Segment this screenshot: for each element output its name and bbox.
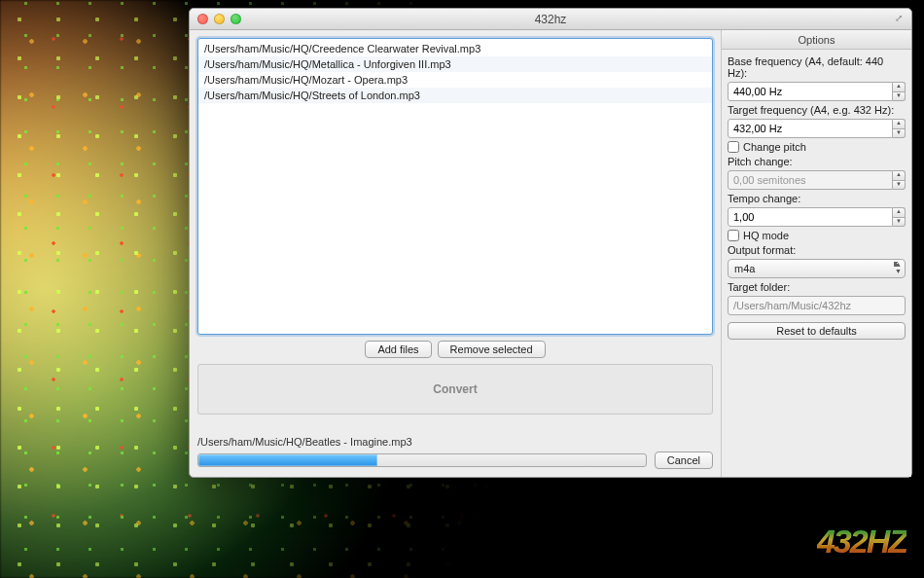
base-freq-label: Base frequency (A4, default: 440 Hz): <box>728 55 906 79</box>
titlebar[interactable]: 432hz ⤢ <box>190 9 911 30</box>
target-folder-label: Target folder: <box>728 281 906 293</box>
pitch-change-input <box>728 170 893 190</box>
add-files-button[interactable]: Add files <box>365 341 431 358</box>
change-pitch-label: Change pitch <box>743 141 806 153</box>
close-icon[interactable] <box>197 14 208 24</box>
tempo-change-stepper[interactable]: ▲▼ <box>893 207 906 227</box>
list-item[interactable]: /Users/ham/Music/HQ/Mozart - Opera.mp3 <box>198 72 712 88</box>
file-list[interactable]: /Users/ham/Music/HQ/Creedence Clearwater… <box>197 38 713 335</box>
base-freq-input[interactable] <box>728 82 893 101</box>
tempo-change-input[interactable] <box>728 207 893 227</box>
zoom-icon[interactable] <box>231 14 241 24</box>
change-pitch-checkbox[interactable] <box>728 141 739 153</box>
output-format-label: Output format: <box>728 244 906 256</box>
convert-button[interactable]: Convert <box>197 364 713 415</box>
pitch-change-label: Pitch change: <box>728 156 906 167</box>
app-logo: 432HZ <box>817 523 906 560</box>
current-file-label: /Users/ham/Music/HQ/Beatles - Imagine.mp… <box>197 436 713 448</box>
progress-fill <box>198 454 377 466</box>
window-title: 432hz <box>190 13 911 26</box>
hq-mode-checkbox[interactable] <box>728 230 739 241</box>
fullscreen-icon[interactable]: ⤢ <box>892 14 906 25</box>
minimize-icon[interactable] <box>214 14 225 24</box>
base-freq-stepper[interactable]: ▲▼ <box>893 82 906 101</box>
target-freq-input[interactable] <box>728 119 893 138</box>
remove-selected-button[interactable]: Remove selected <box>438 341 546 358</box>
hq-mode-label: HQ mode <box>743 230 789 241</box>
tempo-change-label: Tempo change: <box>728 193 906 204</box>
target-freq-stepper[interactable]: ▲▼ <box>893 119 906 138</box>
output-format-value: m4a <box>728 259 906 278</box>
cancel-button[interactable]: Cancel <box>655 452 713 469</box>
target-folder-field[interactable]: /Users/ham/Music/432hz <box>728 296 906 315</box>
list-item[interactable]: /Users/ham/Music/HQ/Metallica - Unforgiv… <box>198 56 712 72</box>
options-panel: Options Base frequency (A4, default: 440… <box>721 30 911 477</box>
reset-defaults-button[interactable]: Reset to defaults <box>728 322 906 340</box>
list-item[interactable]: /Users/ham/Music/HQ/Creedence Clearwater… <box>198 41 712 56</box>
list-item[interactable]: /Users/ham/Music/HQ/Streets of London.mp… <box>198 88 712 103</box>
options-header: Options <box>722 30 911 50</box>
pitch-change-stepper[interactable]: ▲▼ <box>893 170 906 190</box>
target-freq-label: Target frequency (A4, e.g. 432 Hz): <box>728 104 906 116</box>
app-window: 432hz ⤢ /Users/ham/Music/HQ/Creedence Cl… <box>189 8 912 478</box>
output-format-select[interactable]: m4a ▲▼ <box>728 259 906 278</box>
progress-bar <box>197 453 647 467</box>
